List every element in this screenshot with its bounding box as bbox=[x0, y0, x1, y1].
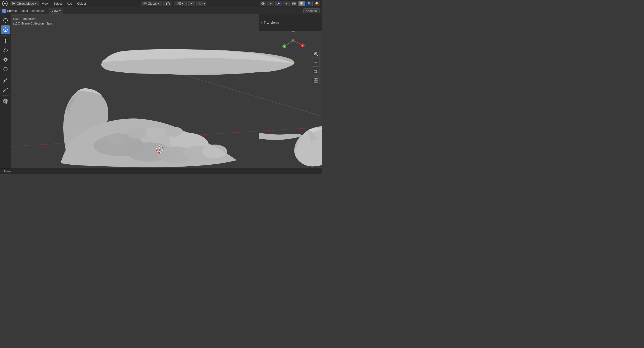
transform-panel-header: › Transform ⋮⋮ bbox=[259, 14, 322, 31]
camera-btn[interactable] bbox=[312, 68, 320, 75]
orientation-dropdown[interactable]: View ▾ bbox=[49, 8, 63, 13]
svg-rect-121 bbox=[316, 78, 318, 80]
svg-point-31 bbox=[308, 2, 311, 5]
svg-rect-18 bbox=[179, 4, 181, 5]
svg-point-39 bbox=[4, 28, 7, 32]
bottom-bar: › Move bbox=[0, 168, 322, 174]
svg-rect-122 bbox=[314, 81, 316, 82]
measure-tool[interactable] bbox=[1, 85, 10, 94]
move-expand-icon: › bbox=[2, 170, 3, 173]
grid-snap-icon bbox=[178, 2, 181, 5]
gizmo-btn-icon bbox=[277, 2, 280, 6]
svg-text:X: X bbox=[302, 45, 304, 47]
svg-line-63 bbox=[4, 88, 7, 91]
gizmo-svg: Z Y X bbox=[281, 28, 305, 53]
quad-view-btn[interactable] bbox=[312, 77, 320, 84]
svg-point-111 bbox=[292, 39, 294, 42]
top-bar-left: Object Mode ▾ View Select Add Object bbox=[2, 0, 88, 7]
navigation-gizmo[interactable]: Z Y X bbox=[281, 28, 305, 53]
viewport-right-tools bbox=[312, 50, 320, 84]
svg-point-20 bbox=[191, 3, 192, 4]
select-icon bbox=[3, 27, 8, 32]
transform-title: Transform bbox=[264, 21, 279, 25]
svg-point-1 bbox=[4, 3, 6, 4]
snap-toggle[interactable] bbox=[163, 1, 172, 6]
zoom-in-btn[interactable] bbox=[312, 50, 320, 58]
transform-tool[interactable] bbox=[1, 65, 10, 74]
transform-dots-icon[interactable]: ⋮⋮ bbox=[314, 21, 320, 25]
material-shading[interactable] bbox=[306, 1, 313, 6]
surface-project-checkbox[interactable]: ✓ Surface Project bbox=[2, 9, 28, 13]
scale-tool[interactable] bbox=[1, 55, 10, 64]
transform-panel-options: ⋮⋮ bbox=[314, 21, 320, 25]
left-toolbar bbox=[0, 14, 11, 168]
svg-point-32 bbox=[315, 2, 319, 5]
add-primitive-tool[interactable] bbox=[1, 97, 10, 105]
tool-separator-3 bbox=[2, 95, 9, 96]
proportional-edit[interactable] bbox=[188, 1, 195, 6]
quad-icon bbox=[314, 78, 318, 83]
transform-expand-icon[interactable]: › bbox=[261, 20, 262, 25]
svg-rect-16 bbox=[179, 2, 181, 3]
svg-marker-50 bbox=[7, 40, 8, 42]
svg-point-22 bbox=[263, 3, 264, 4]
svg-marker-47 bbox=[5, 39, 6, 40]
move-section[interactable]: › Move bbox=[2, 170, 11, 173]
tool-separator-2 bbox=[2, 75, 9, 75]
checkbox-icon: ✓ bbox=[2, 9, 6, 13]
solid-icon bbox=[300, 2, 304, 6]
wireframe-shading[interactable] bbox=[291, 1, 297, 6]
wireframe-icon bbox=[292, 2, 296, 6]
svg-point-119 bbox=[315, 71, 316, 72]
svg-line-108 bbox=[293, 40, 302, 45]
rendered-shading[interactable] bbox=[314, 1, 320, 6]
transform-orientation-dropdown[interactable]: Global ▾ bbox=[141, 1, 162, 6]
menu-select[interactable]: Select bbox=[52, 1, 64, 6]
select-tool[interactable] bbox=[1, 25, 10, 34]
transform-icon bbox=[143, 2, 147, 5]
menu-add[interactable]: Add bbox=[65, 1, 74, 6]
gizmo-dropdown[interactable]: ▾ bbox=[283, 1, 290, 6]
move-label: Move bbox=[4, 170, 11, 173]
orientation-label-text: Orientation: bbox=[31, 9, 46, 12]
svg-rect-52 bbox=[4, 59, 7, 61]
svg-line-114 bbox=[317, 55, 318, 56]
mode-dropdown-icon: ▾ bbox=[35, 2, 37, 5]
annotate-tool[interactable] bbox=[1, 76, 10, 85]
transform-label: Global bbox=[148, 2, 157, 5]
svg-marker-51 bbox=[3, 50, 5, 51]
svg-line-105 bbox=[285, 40, 293, 46]
cursor-tool[interactable] bbox=[1, 16, 10, 25]
svg-point-40 bbox=[5, 29, 6, 31]
menu-view[interactable]: View bbox=[40, 1, 50, 6]
svg-marker-48 bbox=[5, 42, 6, 44]
options-button[interactable]: Options bbox=[303, 8, 320, 13]
viewport-overlay-icon[interactable] bbox=[260, 1, 266, 6]
svg-point-112 bbox=[292, 47, 294, 50]
top-bar-center: Global ▾ ▾ bbox=[89, 1, 259, 6]
svg-rect-17 bbox=[178, 4, 179, 5]
mode-icon bbox=[12, 2, 16, 6]
solid-shading[interactable] bbox=[298, 1, 305, 6]
pan-icon bbox=[314, 61, 318, 65]
transform-tool-icon bbox=[3, 66, 8, 72]
gizmo-icon[interactable] bbox=[275, 1, 282, 6]
svg-rect-7 bbox=[13, 3, 15, 4]
object-mode-label: Object Mode bbox=[17, 2, 34, 5]
surface-project-label: Surface Project bbox=[7, 9, 28, 12]
viewport[interactable]: User Perspective (128) Scene Collection … bbox=[11, 14, 322, 168]
snap-options[interactable]: ▾ bbox=[174, 1, 187, 6]
svg-rect-120 bbox=[314, 78, 316, 80]
svg-point-30 bbox=[300, 2, 303, 5]
blender-logo[interactable] bbox=[2, 0, 8, 7]
menu-object[interactable]: Object bbox=[75, 1, 88, 6]
pan-btn[interactable] bbox=[312, 59, 320, 67]
proportional-falloff[interactable]: ▾ bbox=[197, 1, 206, 6]
viewport-overlay-dropdown[interactable]: ▾ bbox=[268, 1, 274, 6]
rotate-tool[interactable] bbox=[1, 46, 10, 55]
orientation-dropdown-arrow: ▾ bbox=[59, 9, 61, 12]
svg-point-95 bbox=[202, 145, 227, 158]
object-mode-selector[interactable]: Object Mode ▾ bbox=[10, 1, 39, 6]
svg-point-26 bbox=[278, 3, 279, 4]
move-tool[interactable] bbox=[1, 37, 10, 45]
